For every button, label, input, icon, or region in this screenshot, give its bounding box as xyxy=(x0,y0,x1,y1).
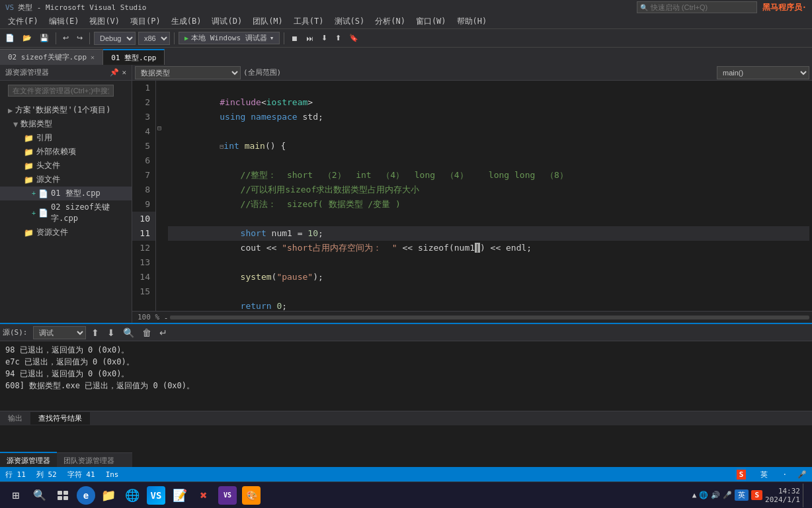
horizontal-scrollbar[interactable] xyxy=(170,316,809,319)
toolbar-breakpoint[interactable]: ⏹ xyxy=(288,33,301,44)
menu-team[interactable]: 团队(M) xyxy=(247,15,288,28)
folder-icon-5: 📁 xyxy=(24,228,34,237)
tab-main[interactable]: 01 整型.cpp xyxy=(103,49,165,65)
sidebar-search-input[interactable] xyxy=(8,85,114,97)
toolbar-open[interactable]: 📂 xyxy=(20,32,34,44)
taskbar-app1[interactable]: VS xyxy=(145,485,167,506)
config-dropdown[interactable]: Debug xyxy=(94,32,136,45)
tab-output[interactable]: 输出 xyxy=(0,412,30,425)
sidebar-item-sources[interactable]: 📁 源文件 xyxy=(0,173,132,187)
edge-icon: e xyxy=(83,490,89,501)
sidebar-item-resources[interactable]: 📁 资源文件 xyxy=(0,226,132,239)
menu-tools[interactable]: 工具(T) xyxy=(288,15,329,28)
toolbar-bookmark[interactable]: 🔖 xyxy=(346,32,361,44)
tab-sizeof[interactable]: 02 sizeof关键字.cpp ✕ xyxy=(0,49,103,65)
output-btn-down[interactable]: ⬇ xyxy=(104,327,118,338)
taskbar-app4[interactable]: VS xyxy=(217,485,238,506)
toolbar-save-all[interactable]: 💾 xyxy=(37,32,52,44)
app-title: 类型 - Microsoft Visual Studio xyxy=(18,3,637,13)
quick-launch-input[interactable] xyxy=(651,3,756,11)
taskbar-notepad[interactable]: 📝 xyxy=(169,485,190,506)
taskbar-files[interactable]: 📁 xyxy=(98,485,119,506)
zoom-level: 100 % xyxy=(132,313,165,321)
clock-time: 14:32 xyxy=(765,487,800,495)
output-btn-find[interactable]: 🔍 xyxy=(120,327,137,338)
zoom-decrease[interactable]: - xyxy=(165,314,167,321)
sidebar-item-headers[interactable]: 📁 头文件 xyxy=(0,159,132,173)
code-lines[interactable]: #include<iostream> using namespace std; … xyxy=(165,81,812,311)
task-view-icon xyxy=(58,491,69,500)
systray-icons[interactable]: ▲ 🌐 🔊 🎤 xyxy=(692,491,733,499)
taskbar-clock[interactable]: 14:32 2024/1/1 xyxy=(765,487,800,504)
toolbar-redo[interactable]: ↪ xyxy=(74,32,85,44)
ln-11: 11 xyxy=(132,226,155,241)
tab-sizeof-close[interactable]: ✕ xyxy=(91,54,95,61)
source-dropdown[interactable]: 调试 xyxy=(33,326,86,339)
file-icon-2: 📄 xyxy=(38,208,48,218)
menu-view[interactable]: 视图(V) xyxy=(84,15,125,28)
toolbar-step-in[interactable]: ⬇ xyxy=(319,32,330,44)
menu-test[interactable]: 测试(S) xyxy=(329,15,370,28)
menu-project[interactable]: 项目(P) xyxy=(125,15,166,28)
vs-icon: VS xyxy=(218,486,237,505)
file-prefix-1: + xyxy=(32,190,36,197)
taskbar-network[interactable]: 🌐 xyxy=(699,491,708,499)
run-button[interactable]: ▶ 本地 Windows 调试器 ▾ xyxy=(179,32,280,44)
show-desktop-button[interactable] xyxy=(803,484,807,507)
sidebar-bottom-tabs: 源资源管理器 团队资源管理器 xyxy=(0,452,132,467)
menu-file[interactable]: 文件(F) xyxy=(3,15,44,28)
taskbar-app5[interactable]: 🎨 xyxy=(241,485,262,506)
output-btn-up[interactable]: ⬆ xyxy=(89,327,102,338)
toolbar-sep-4 xyxy=(284,32,284,44)
taskbar-chrome[interactable]: 🌐 xyxy=(122,485,143,506)
output-btn-wrap[interactable]: ↵ xyxy=(157,327,170,338)
toolbar-step-out[interactable]: ⬆ xyxy=(333,32,344,44)
taskbar-ime[interactable]: 英 xyxy=(735,489,749,501)
menu-window[interactable]: 窗口(W) xyxy=(411,15,452,28)
sidebar-tab-team[interactable]: 团队资源管理器 xyxy=(57,452,121,468)
search-button[interactable]: 🔍 xyxy=(29,485,50,506)
menu-build[interactable]: 生成(B) xyxy=(166,15,207,28)
tab-find-symbol[interactable]: 查找符号结果 xyxy=(30,412,90,425)
sidebar-item-file2[interactable]: + 📄 02 sizeof关键字.cpp xyxy=(0,200,132,226)
status-col: 列 52 xyxy=(36,470,57,480)
sidebar: 源资源管理器 📌 ✕ ▶ 方案'数据类型'(1个项目) ▼ 数据类型 📁 xyxy=(0,65,132,323)
menu-debug[interactable]: 调试(D) xyxy=(206,15,247,28)
sidebar-item-references[interactable]: 📁 引用 xyxy=(0,131,132,145)
output-btn-clear[interactable]: 🗑 xyxy=(140,327,154,338)
ln-7: 7 xyxy=(132,168,155,183)
status-mic: 🎤 xyxy=(797,470,807,479)
task-view-button[interactable] xyxy=(53,485,74,506)
code-body[interactable]: 1 2 3 4 5 6 7 8 9 10 11 12 13 14 15 ⊟ xyxy=(132,81,812,311)
start-button[interactable]: ⊞ xyxy=(5,485,26,506)
scope-full-label: (全局范围) xyxy=(243,67,281,77)
sidebar-title: 源资源管理器 xyxy=(5,67,49,77)
toolbar-undo[interactable]: ↩ xyxy=(60,32,71,44)
menu-analyze[interactable]: 分析(N) xyxy=(370,15,411,28)
menu-edit[interactable]: 编辑(E) xyxy=(44,15,85,28)
toolbar-new[interactable]: 📄 xyxy=(3,32,17,44)
ln-4: 4 xyxy=(132,124,155,139)
sidebar-pin-icon[interactable]: 📌 xyxy=(110,68,119,77)
taskbar-app3[interactable]: ✖ xyxy=(193,485,214,506)
code-line-1: #include<iostream> xyxy=(168,81,809,95)
scope-dropdown[interactable]: 数据类型 xyxy=(135,66,241,79)
sidebar-project[interactable]: ▼ 数据类型 xyxy=(0,117,132,131)
taskbar-mic-systray[interactable]: 🎤 xyxy=(723,491,732,499)
sidebar-item-external-deps[interactable]: 📁 外部依赖项 xyxy=(0,145,132,159)
sidebar-item-file1[interactable]: + 📄 01 整型.cpp xyxy=(0,187,132,200)
member-dropdown[interactable]: main() xyxy=(717,66,809,79)
platform-dropdown[interactable]: x86 xyxy=(138,32,170,45)
menu-help[interactable]: 帮助(H) xyxy=(452,15,493,28)
collapse-btn-4[interactable]: ⊟ xyxy=(157,124,161,132)
taskbar-up-arrow[interactable]: ▲ xyxy=(692,491,697,499)
status-input: · xyxy=(782,470,787,479)
toolbar-step-over[interactable]: ⏭ xyxy=(304,33,316,44)
sidebar-close-icon[interactable]: ✕ xyxy=(122,68,126,77)
code-line-10: short num1 = 10; xyxy=(168,212,809,226)
sidebar-solution[interactable]: ▶ 方案'数据类型'(1个项目) xyxy=(0,103,132,117)
taskbar-volume[interactable]: 🔊 xyxy=(711,491,720,499)
source-label: 源(S): xyxy=(3,327,28,337)
taskbar-edge[interactable]: e xyxy=(77,486,95,505)
sidebar-tab-source[interactable]: 源资源管理器 xyxy=(0,452,57,468)
